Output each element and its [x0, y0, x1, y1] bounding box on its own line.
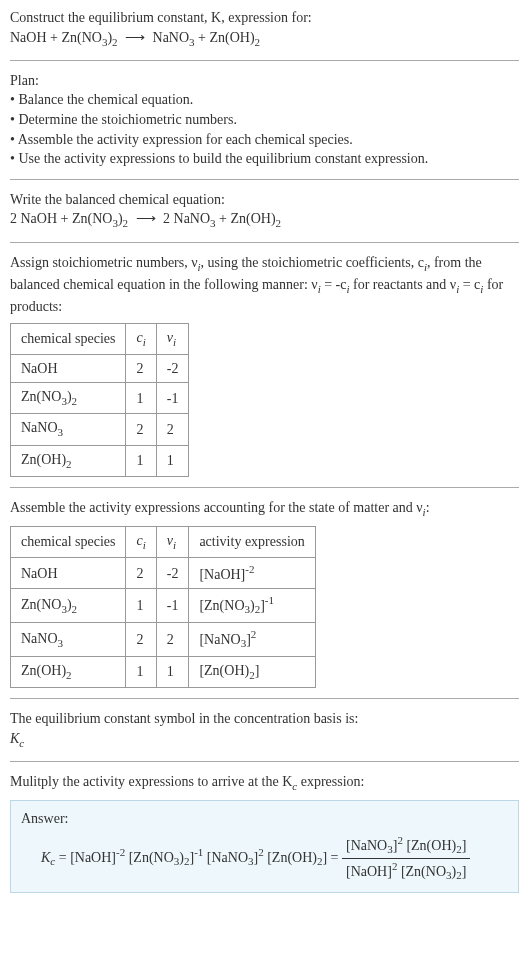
table-row: NaOH 2 -2 [NaOH]-2 [11, 558, 316, 589]
table-row: Zn(NO3)2 1 -1 [11, 383, 189, 414]
arrow-icon: ⟶ [121, 28, 149, 48]
th-ci: ci [126, 527, 156, 558]
activity-table: chemical species ci νi activity expressi… [10, 526, 316, 688]
th-ci: ci [126, 323, 156, 354]
answer-expression: Kc = [NaOH]-2 [Zn(NO3)2]-1 [NaNO3]2 [Zn(… [21, 829, 508, 884]
ksymbol-section: The equilibrium constant symbol in the c… [10, 709, 519, 751]
denominator: [NaOH]2 [Zn(NO3)2] [342, 859, 470, 884]
table-row: NaNO3 2 2 [NaNO3]2 [11, 623, 316, 657]
th-vi: νi [156, 323, 189, 354]
stoich-text: Assign stoichiometric numbers, νi, using… [10, 253, 519, 317]
question-prompt: Construct the equilibrium constant, K, e… [10, 8, 519, 50]
plan-heading: Plan: [10, 73, 39, 88]
plan-section: Plan: • Balance the chemical equation. •… [10, 71, 519, 169]
th-activity: activity expression [189, 527, 315, 558]
th-species: chemical species [11, 323, 126, 354]
arrow-icon: ⟶ [132, 209, 160, 229]
fraction: [NaNO3]2 [Zn(OH)2] [NaOH]2 [Zn(NO3)2] [342, 833, 470, 884]
numerator: [NaNO3]2 [Zn(OH)2] [342, 833, 470, 859]
plan-item: • Balance the chemical equation. [10, 92, 193, 107]
multiply-text: Mulitply the activity expressions to arr… [10, 772, 519, 794]
plan-item: • Determine the stoichiometric numbers. [10, 112, 237, 127]
plan-item: • Use the activity expressions to build … [10, 151, 428, 166]
unbalanced-equation: NaOH + Zn(NO3)2 ⟶ NaNO3 + Zn(OH)2 [10, 30, 260, 45]
balanced-section: Write the balanced chemical equation: 2 … [10, 190, 519, 232]
ksymbol-text: The equilibrium constant symbol in the c… [10, 711, 358, 726]
table-row: NaNO3 2 2 [11, 414, 189, 445]
kc-symbol: Kc [10, 731, 24, 746]
assemble-text: Assemble the activity expressions accoun… [10, 498, 519, 520]
table-row: Zn(OH)2 1 1 [11, 445, 189, 476]
stoich-table: chemical species ci νi NaOH 2 -2 Zn(NO3)… [10, 323, 189, 477]
th-vi: νi [156, 527, 189, 558]
answer-box: Answer: Kc = [NaOH]-2 [Zn(NO3)2]-1 [NaNO… [10, 800, 519, 892]
th-species: chemical species [11, 527, 126, 558]
table-row: Zn(NO3)2 1 -1 [Zn(NO3)2]-1 [11, 589, 316, 623]
balanced-equation: 2 NaOH + Zn(NO3)2 ⟶ 2 NaNO3 + Zn(OH)2 [10, 211, 281, 226]
table-row: Zn(OH)2 1 1 [Zn(OH)2] [11, 657, 316, 688]
prompt-text: Construct the equilibrium constant, K, e… [10, 10, 312, 25]
balanced-heading: Write the balanced chemical equation: [10, 192, 225, 207]
table-row: NaOH 2 -2 [11, 354, 189, 383]
answer-label: Answer: [21, 811, 68, 826]
plan-item: • Assemble the activity expression for e… [10, 132, 353, 147]
